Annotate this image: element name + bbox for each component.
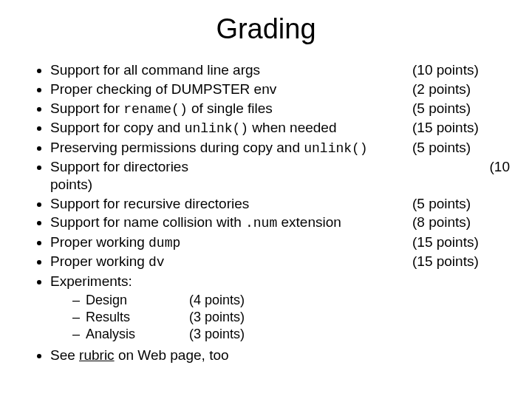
list-item: Experiments: –Design(4 points) –Results(…	[50, 273, 510, 344]
slide-title: Grading	[22, 13, 510, 45]
list-item: Support for copy and unlink() when neede…	[50, 119, 510, 137]
list-item: Support for recursive directories(5 poin…	[50, 195, 510, 213]
list-item: Support for name collision with .num ext…	[50, 214, 510, 232]
grading-list: Support for all command line args(10 poi…	[22, 61, 510, 364]
sub-item: –Results(3 points)	[72, 309, 510, 326]
list-item: Preserving permissions during copy and u…	[50, 139, 510, 157]
footer-item: See rubric on Web page, too	[50, 347, 510, 364]
list-item: Proper checking of DUMPSTER env(2 points…	[50, 81, 510, 98]
slide: Grading Support for all command line arg…	[0, 0, 532, 399]
sub-item: –Design(4 points)	[72, 292, 510, 309]
list-item: Support for rename() of single files(5 p…	[50, 100, 510, 118]
experiments-sublist: –Design(4 points) –Results(3 points) –An…	[50, 292, 510, 344]
sub-item: –Analysis(3 points)	[72, 326, 510, 343]
list-item: Proper working dump(15 points)	[50, 233, 510, 252]
rubric-link[interactable]: rubric	[79, 347, 115, 363]
list-item: Support for all command line args(10 poi…	[50, 61, 510, 79]
list-item: Support for directories(10points)	[50, 158, 510, 194]
list-item: Proper working dv(15 points)	[50, 253, 510, 271]
